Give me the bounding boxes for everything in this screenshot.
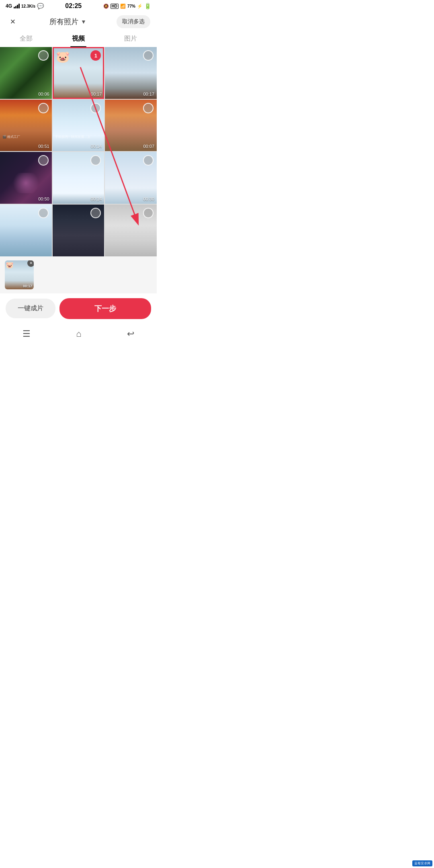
- grid-item-2[interactable]: 🐷 1 00:17: [53, 47, 104, 99]
- charge-icon: ⚡: [137, 4, 143, 9]
- selected-thumb-1[interactable]: 🐷 ✕ 00:17: [5, 260, 34, 289]
- select-circle-4[interactable]: [38, 103, 49, 113]
- grid-item-7[interactable]: 00:50: [0, 152, 52, 204]
- duration-1: 00:06: [38, 92, 49, 96]
- status-bar: 4G 12.3K/s 💬 02:25 🔕 HD 📶 77% ⚡ 🔋: [0, 0, 157, 11]
- close-button[interactable]: ×: [6, 15, 19, 28]
- duration-4: 00:51: [38, 144, 49, 149]
- album-title: 所有照片: [49, 17, 78, 27]
- action-bar: 一键成片 下一步: [0, 293, 157, 324]
- watermark-4: 🎬 格式工厂: [2, 135, 20, 139]
- grid-item-6[interactable]: 00:07: [105, 100, 157, 151]
- network-type: 4G: [6, 3, 12, 9]
- duration-6: 00:07: [143, 144, 154, 149]
- select-circle-1[interactable]: [38, 50, 49, 61]
- grid-item-11[interactable]: [53, 205, 104, 256]
- signal-bars: [14, 4, 20, 8]
- grid-item-9[interactable]: 00:30: [105, 152, 157, 204]
- status-right: 🔕 HD 📶 77% ⚡ 🔋: [103, 3, 151, 9]
- hd-label: HD: [111, 4, 119, 9]
- select-circle-6[interactable]: [143, 103, 154, 113]
- cancel-multiselect-button[interactable]: 取消多选: [117, 15, 150, 28]
- auto-create-button[interactable]: 一键成片: [6, 299, 55, 318]
- select-circle-10[interactable]: [38, 208, 49, 218]
- select-circle-12[interactable]: [143, 208, 154, 218]
- select-circle-7[interactable]: [38, 155, 49, 166]
- grid-item-10[interactable]: [0, 205, 52, 256]
- media-grid: 00:06 🐷 1 00:17 00:17 🎬 格式工厂 00:51: [0, 47, 157, 256]
- grid-item-1[interactable]: 00:06: [0, 47, 52, 99]
- grid-item-12[interactable]: [105, 205, 157, 256]
- selected-thumb-duration-1: 00:17: [23, 284, 32, 288]
- duration-2: 00:17: [91, 92, 102, 96]
- pig-emoji-2: 🐷: [56, 50, 70, 63]
- wechat-icon: 💬: [37, 3, 44, 9]
- duration-9: 00:30: [143, 197, 154, 201]
- tab-bar: 全部 视频 图片: [0, 31, 157, 47]
- status-left: 4G 12.3K/s 💬: [6, 3, 44, 9]
- duration-5: 00:14: [91, 144, 102, 149]
- grid-item-5[interactable]: 手机惊鸿一秋何次清…上 00:14: [53, 100, 104, 151]
- tab-image[interactable]: 图片: [104, 35, 157, 46]
- back-icon[interactable]: ↩: [127, 329, 134, 339]
- menu-icon[interactable]: ☰: [23, 329, 31, 339]
- selected-strip: 🐷 ✕ 00:17: [0, 256, 157, 293]
- header-title: 所有照片 ▼: [49, 17, 86, 27]
- duration-8: 00:14: [91, 197, 102, 201]
- selected-thumb-pig-1: 🐷: [6, 261, 14, 269]
- grid-item-8[interactable]: 00:14: [53, 152, 104, 204]
- header: × 所有照片 ▼ 取消多选: [0, 11, 157, 31]
- media-grid-wrapper: 00:06 🐷 1 00:17 00:17 🎬 格式工厂 00:51: [0, 47, 157, 256]
- select-circle-5[interactable]: [90, 103, 101, 113]
- wifi-icon: 📶: [120, 4, 126, 9]
- battery-icon: 🔋: [144, 3, 151, 9]
- time-display: 02:25: [65, 2, 82, 10]
- subtitle-5: 手机惊鸿一秋何次清…上: [55, 135, 90, 139]
- tab-video[interactable]: 视频: [52, 35, 104, 46]
- home-icon[interactable]: ⌂: [76, 329, 81, 339]
- nav-bar: ☰ ⌂ ↩: [0, 324, 157, 346]
- grid-item-4[interactable]: 🎬 格式工厂 00:51: [0, 100, 52, 151]
- next-step-button[interactable]: 下一步: [59, 298, 151, 319]
- tab-all[interactable]: 全部: [0, 35, 52, 46]
- speed-indicator: 12.3K/s: [21, 4, 35, 8]
- remove-selected-1[interactable]: ✕: [27, 260, 34, 267]
- select-circle-3[interactable]: [143, 50, 154, 61]
- duration-3: 00:17: [143, 92, 154, 96]
- bell-icon: 🔕: [103, 4, 109, 9]
- battery-percent: 77%: [127, 4, 135, 8]
- duration-7: 00:50: [38, 197, 49, 201]
- chevron-down-icon[interactable]: ▼: [81, 18, 86, 25]
- grid-item-3[interactable]: 00:17: [105, 47, 157, 99]
